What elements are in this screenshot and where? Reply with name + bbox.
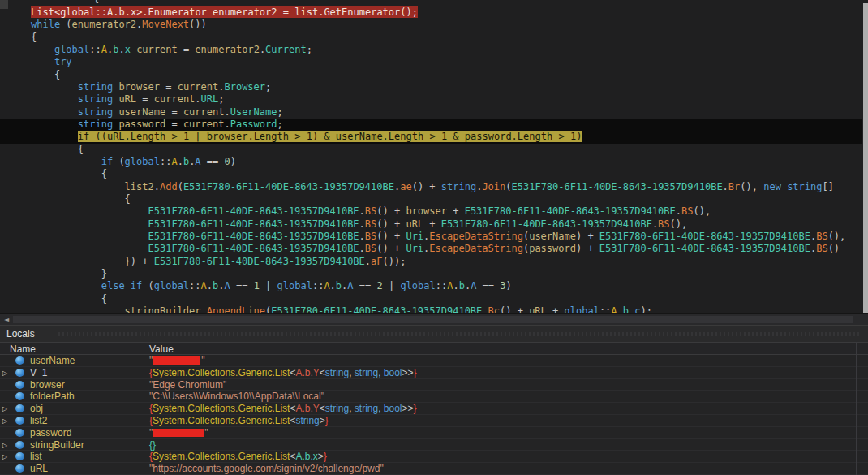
variable-name: V_1: [30, 367, 47, 378]
debugger-window: { List<global::A.b.x>.Enumerator enumera…: [0, 0, 868, 475]
local-variable-icon: [15, 369, 24, 377]
scroll-left-arrow-icon[interactable]: ◄: [4, 316, 9, 323]
code-line[interactable]: E531F780-6F11-40DE-8643-19357D9410BE.BS(…: [0, 205, 862, 218]
variable-name: stringBuilder: [30, 439, 84, 451]
local-variable-icon: [15, 381, 24, 389]
variable-name: folderPath: [30, 391, 75, 402]
variable-value: "": [149, 427, 208, 438]
code-line[interactable]: List<global::A.b.x>.Enumerator enumerato…: [0, 6, 862, 19]
variable-value: "https://accounts.google.com/signin/v2/c…: [149, 463, 384, 474]
code-line[interactable]: E531F780-6F11-40DE-8643-19357D9410BE.BS(…: [0, 231, 862, 243]
horizontal-scrollbar-thumb[interactable]: [13, 316, 853, 323]
locals-panel-title: Locals: [0, 326, 868, 342]
code-line[interactable]: string password = current.Password;: [0, 119, 862, 131]
code-line[interactable]: }) + E531F780-6F11-40DE-8643-19357D9410B…: [0, 256, 862, 268]
table-row[interactable]: ▷stringBuilder{}: [0, 439, 868, 451]
code-line-partial: {: [93, 0, 99, 4]
locals-panel: Locals Name Value userName""▷V_1{System.…: [0, 325, 868, 475]
vertical-scrollbar[interactable]: [863, 3, 868, 313]
code-line[interactable]: list2.Add(E531F780-6F11-40DE-8643-19357D…: [0, 181, 862, 193]
code-line[interactable]: string uRL = current.URL;: [0, 93, 862, 106]
variable-value: {System.Collections.Generic.List<A.b.Y<s…: [149, 367, 417, 378]
table-row[interactable]: ▷obj{System.Collections.Generic.List<A.b…: [0, 403, 868, 415]
variable-name: list: [30, 451, 42, 462]
expander-icon[interactable]: ▷: [2, 416, 7, 427]
expander-icon[interactable]: ▷: [2, 368, 7, 379]
variable-value: {}: [149, 439, 156, 451]
variable-name: uRL: [30, 463, 48, 474]
local-variable-icon: [15, 452, 24, 460]
table-row[interactable]: userName"": [0, 355, 868, 367]
variable-name: list2: [30, 415, 47, 426]
column-divider[interactable]: [144, 342, 144, 475]
table-row[interactable]: uRL"https://accounts.google.com/signin/v…: [0, 463, 868, 475]
column-divider[interactable]: [856, 342, 857, 475]
code-line[interactable]: }: [0, 268, 862, 280]
table-row[interactable]: password"": [0, 427, 868, 439]
redaction-box: [153, 429, 204, 437]
code-line[interactable]: {: [0, 293, 862, 305]
variable-value: "": [149, 355, 205, 366]
locals-column-headers: Name Value: [0, 342, 868, 355]
redaction-box: [153, 356, 200, 365]
code-line[interactable]: {: [0, 168, 862, 180]
expander-icon[interactable]: ▷: [2, 451, 7, 463]
local-variable-icon: [15, 441, 24, 449]
code-line[interactable]: if ((uRL.Length > 1 | browser.Length > 1…: [0, 131, 862, 143]
local-variable-icon: [15, 404, 24, 412]
code-line[interactable]: global::A.b.x current = enumerator2.Curr…: [0, 44, 862, 56]
code-editor[interactable]: { List<global::A.b.x>.Enumerator enumera…: [0, 0, 862, 313]
variable-value: "Edge Chromium": [149, 379, 226, 391]
code-line[interactable]: while (enumerator2.MoveNext()): [0, 19, 862, 31]
expander-icon[interactable]: ▷: [2, 404, 7, 415]
code-line[interactable]: stringBuilder.AppendLine(E531F780-6F11-4…: [0, 305, 862, 313]
variable-value: {System.Collections.Generic.List<A.b.Y<s…: [149, 403, 417, 414]
code-line[interactable]: {: [0, 144, 862, 156]
local-variable-icon: [15, 392, 24, 400]
variable-name: password: [30, 427, 71, 438]
code-line[interactable]: E531F780-6F11-40DE-8643-19357D9410BE.BS(…: [0, 243, 862, 255]
code-line[interactable]: if (global::A.b.A == 0): [0, 156, 862, 168]
code-line[interactable]: {: [0, 69, 862, 81]
variable-name: obj: [30, 403, 43, 414]
code-line[interactable]: {: [0, 32, 862, 44]
editor-corner-artifact: [0, 0, 8, 9]
table-row[interactable]: ▷list{System.Collections.Generic.List<A.…: [0, 451, 868, 463]
local-variable-icon: [15, 417, 24, 425]
local-variable-icon: [15, 429, 24, 437]
code-line[interactable]: E531F780-6F11-40DE-8643-19357D9410BE.BS(…: [0, 218, 862, 231]
variable-value: {System.Collections.Generic.List<string>…: [149, 415, 329, 426]
local-variable-icon: [15, 464, 24, 473]
horizontal-scrollbar[interactable]: ◄: [0, 313, 868, 325]
code-line[interactable]: try: [0, 56, 862, 68]
table-row[interactable]: folderPath"C:\\Users\\Windows10\\AppData…: [0, 391, 868, 403]
variable-value: "C:\\Users\\Windows10\\AppData\\Local": [149, 391, 324, 402]
column-header-name[interactable]: Name: [10, 343, 36, 356]
local-variable-icon: [15, 356, 24, 365]
code-line[interactable]: else if (global::A.b.A == 1 | global::A.…: [0, 280, 862, 292]
code-line[interactable]: {: [0, 193, 862, 205]
column-header-value[interactable]: Value: [149, 343, 174, 356]
table-row[interactable]: browser"Edge Chromium": [0, 379, 868, 391]
table-row[interactable]: ▷V_1{System.Collections.Generic.List<A.b…: [0, 367, 868, 379]
locals-rows: userName""▷V_1{System.Collections.Generi…: [0, 355, 868, 475]
table-row[interactable]: ▷list2{System.Collections.Generic.List<s…: [0, 415, 868, 427]
code-line[interactable]: string userName = current.UserName;: [0, 106, 862, 119]
variable-name: browser: [30, 379, 65, 391]
variable-value: {System.Collections.Generic.List<A.b.x>}: [149, 451, 327, 462]
variable-name: userName: [30, 355, 75, 366]
expander-icon[interactable]: ▷: [2, 440, 7, 451]
code-line[interactable]: string browser = current.Browser;: [0, 81, 862, 93]
